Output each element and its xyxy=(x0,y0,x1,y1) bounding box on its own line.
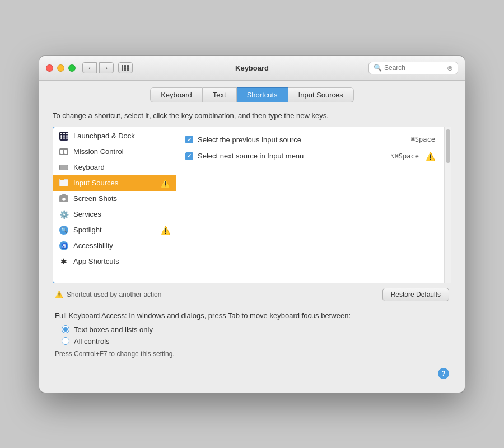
shortcut-checkbox-prev[interactable] xyxy=(185,136,193,143)
notice-bar: ⚠️ Shortcut used by another action Resto… xyxy=(53,288,451,301)
main-panel: Launchpad & Dock Mission Control xyxy=(53,127,451,283)
notice-warning-icon: ⚠️ xyxy=(55,291,63,298)
tab-keyboard[interactable]: Keyboard xyxy=(150,87,203,102)
window-title: Keyboard xyxy=(235,64,269,72)
footer-title: Full Keyboard Access: In windows and dia… xyxy=(55,311,449,320)
sidebar-item-label: Input Sources xyxy=(73,179,118,187)
grid-icon xyxy=(122,65,129,71)
shortcut-key-next: ⌥⌘Space xyxy=(390,152,419,160)
spotlight-icon: 🔍 xyxy=(59,225,69,235)
keyboard-window: ‹ › Keyboard 🔍 ⊗ Keyboard Text Shortcuts… xyxy=(39,56,465,393)
radio-button-text-boxes[interactable] xyxy=(62,325,69,333)
shortcut-label-next: Select next source in Input menu xyxy=(198,152,386,160)
scroll-handle[interactable] xyxy=(446,129,450,163)
sidebar-item-label: Keyboard xyxy=(73,163,105,171)
camera-icon xyxy=(59,194,69,204)
sidebar-item-label: Screen Shots xyxy=(73,194,117,203)
back-button[interactable]: ‹ xyxy=(82,62,97,73)
launchpad-icon xyxy=(59,131,69,141)
sidebar-item-label: App Shortcuts xyxy=(73,257,119,265)
app-shortcuts-icon: ✱ xyxy=(59,256,69,267)
nav-buttons: ‹ › xyxy=(82,62,114,73)
radio-text-boxes[interactable]: Text boxes and lists only xyxy=(62,325,449,334)
titlebar: ‹ › Keyboard 🔍 ⊗ xyxy=(39,56,465,81)
traffic-lights xyxy=(46,64,76,72)
sidebar-item-label: Services xyxy=(73,210,101,218)
sidebar-item-launchpad[interactable]: Launchpad & Dock xyxy=(53,128,176,144)
radio-button-all-controls[interactable] xyxy=(62,337,69,345)
mission-control-icon xyxy=(59,147,69,157)
minimize-button[interactable] xyxy=(57,64,64,72)
radio-label-text-boxes: Text boxes and lists only xyxy=(74,325,153,334)
search-icon: 🔍 xyxy=(374,64,382,72)
radio-label-all-controls: All controls xyxy=(74,337,110,346)
content-area: To change a shortcut, select it, click t… xyxy=(39,102,465,393)
grid-button[interactable] xyxy=(118,62,133,73)
warning-icon: ⚠️ xyxy=(161,179,170,188)
tabbar: Keyboard Text Shortcuts Input Sources xyxy=(39,81,465,102)
sidebar-list: Launchpad & Dock Mission Control xyxy=(53,127,176,283)
tab-text[interactable]: Text xyxy=(203,87,237,102)
sidebar-item-app-shortcuts[interactable]: ✱ App Shortcuts xyxy=(53,254,176,269)
shortcut-checkbox-next[interactable] xyxy=(185,152,193,160)
shortcuts-panel: Select the previous input source ⌘Space … xyxy=(176,127,444,283)
sidebar-item-keyboard[interactable]: Keyboard xyxy=(53,160,176,175)
radio-group: Text boxes and lists only All controls xyxy=(62,325,449,346)
notice-text: ⚠️ Shortcut used by another action xyxy=(55,291,161,298)
sidebar-item-services[interactable]: ⚙️ Services xyxy=(53,207,176,222)
shortcut-row-prev: Select the previous input source ⌘Space xyxy=(183,132,437,148)
notice-label: Shortcut used by another action xyxy=(67,291,161,298)
keyboard-icon xyxy=(59,162,69,172)
tab-input-sources[interactable]: Input Sources xyxy=(288,87,354,102)
sidebar-item-accessibility[interactable]: ♿ Accessibility xyxy=(53,238,176,254)
search-input[interactable] xyxy=(384,64,445,72)
sidebar-item-spotlight[interactable]: 🔍 Spotlight ⚠️ xyxy=(53,222,176,238)
radio-all-controls[interactable]: All controls xyxy=(62,337,449,346)
sidebar-item-label: Spotlight xyxy=(73,226,102,234)
help-button[interactable]: ? xyxy=(438,368,449,379)
maximize-button[interactable] xyxy=(68,64,76,72)
scrollbar[interactable] xyxy=(444,127,451,283)
sidebar-item-mission-control[interactable]: Mission Control xyxy=(53,144,176,160)
instruction-text: To change a shortcut, select it, click t… xyxy=(53,111,451,120)
sidebar-item-screen-shots[interactable]: Screen Shots xyxy=(53,191,176,207)
footer-section: Full Keyboard Access: In windows and dia… xyxy=(53,311,451,379)
sidebar-item-label: Accessibility xyxy=(73,241,113,250)
folder-icon xyxy=(59,178,69,188)
shortcut-key-prev: ⌘Space xyxy=(411,136,435,143)
sidebar-item-label: Launchpad & Dock xyxy=(73,132,135,140)
shortcut-row-next: Select next source in Input menu ⌥⌘Space… xyxy=(183,148,437,165)
search-bar[interactable]: 🔍 ⊗ xyxy=(368,62,458,74)
sidebar-item-label: Mission Control xyxy=(73,147,124,156)
shortcut-warning-icon: ⚠️ xyxy=(426,152,435,161)
warning-icon: ⚠️ xyxy=(161,226,170,235)
footer-note: Press Control+F7 to change this setting. xyxy=(55,350,449,358)
restore-defaults-button[interactable]: Restore Defaults xyxy=(382,288,449,301)
sidebar-item-input-sources[interactable]: Input Sources ⚠️ xyxy=(53,175,176,191)
accessibility-icon: ♿ xyxy=(59,241,69,251)
tab-shortcuts[interactable]: Shortcuts xyxy=(237,87,288,102)
close-button[interactable] xyxy=(46,64,53,72)
forward-button[interactable]: › xyxy=(99,62,114,73)
search-clear-icon[interactable]: ⊗ xyxy=(447,64,453,72)
gear-icon: ⚙️ xyxy=(59,209,69,220)
shortcut-label-prev: Select the previous input source xyxy=(198,136,407,144)
